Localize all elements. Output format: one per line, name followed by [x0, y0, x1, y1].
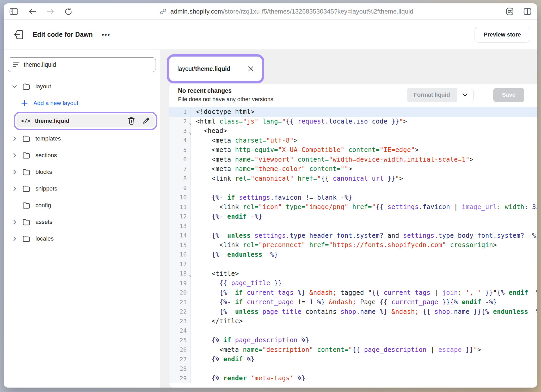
page-title: Edit code for Dawn [33, 31, 93, 38]
file-tree-sidebar: theme.liquid layout Add a new l [4, 50, 160, 388]
forward-icon[interactable] [46, 8, 55, 15]
code-line[interactable]: 26 <meta name="description" content="{{ … [169, 345, 537, 355]
sidebar-item-sections[interactable]: sections [8, 147, 156, 164]
code-line[interactable]: 23 </title> [169, 316, 537, 326]
panel-toggle-icon[interactable] [523, 8, 532, 15]
file-search-input[interactable]: theme.liquid [8, 57, 156, 72]
code-line[interactable]: 13 [169, 221, 537, 231]
code-editor[interactable]: 1<!doctype html>2∨<html class="js" lang=… [169, 106, 537, 388]
line-number: 21 [169, 297, 191, 307]
save-button[interactable]: Save [493, 88, 524, 102]
line-number: 17 [169, 259, 191, 269]
sidebar-item-snippets[interactable]: snippets [8, 180, 156, 197]
code-line[interactable]: 5 <meta http-equiv="X-UA-Compatible" con… [169, 145, 537, 155]
code-line[interactable]: 8 <link rel="canonical" href="{{ canonic… [169, 174, 537, 183]
folder-icon [22, 202, 30, 209]
code-line[interactable]: 20 {%- if current_tags %} &ndash; tagged… [169, 288, 537, 298]
line-number: 26 [169, 345, 191, 355]
code-line[interactable]: 2∨<html class="js" lang="{{ request.loca… [169, 117, 537, 126]
sidebar-item-layout[interactable]: layout [8, 78, 156, 95]
code-line[interactable]: 7 <meta name="theme-color" content=""> [169, 164, 537, 174]
code-line[interactable]: 15 <link rel="preconnect" href="https://… [169, 240, 537, 250]
line-number: 20 [169, 288, 191, 298]
code-line[interactable]: 11 <link rel="icon" type="image/png" hre… [169, 202, 537, 212]
code-line[interactable]: 19 {{ page_title }} [169, 278, 537, 288]
code-line[interactable]: 24 [169, 326, 537, 336]
close-tab-icon[interactable] [248, 66, 254, 72]
chevron-right-icon[interactable] [11, 136, 18, 141]
browser-window: admin.shopify.com/store/rzq1xu-f5/themes… [4, 3, 537, 388]
back-icon[interactable] [28, 8, 36, 15]
reload-icon[interactable] [65, 7, 72, 16]
code-line[interactable]: 27 {% endif %} [169, 354, 537, 364]
chevron-right-icon[interactable] [11, 170, 18, 174]
address-bar[interactable]: admin.shopify.com/store/rzq1xu-f5/themes… [72, 8, 500, 15]
code-line[interactable]: 6 <meta name="viewport" content="width=d… [169, 155, 537, 164]
line-number: 8 [169, 174, 191, 183]
code-line[interactable]: 1<!doctype html> [169, 107, 537, 117]
fold-chevron-icon[interactable]: ∨ [189, 121, 192, 126]
preview-store-button[interactable]: Preview store [475, 27, 530, 42]
line-number: 1 [169, 107, 191, 117]
browser-toolbar: admin.shopify.com/store/rzq1xu-f5/themes… [4, 3, 537, 20]
chevron-right-icon[interactable] [11, 236, 18, 241]
sidebar-item-assets[interactable]: assets [8, 214, 156, 230]
status-subtitle: File does not have any other versions [178, 96, 273, 103]
editor-toolbar: No recent changes File does not have any… [169, 84, 537, 106]
chevron-down-icon[interactable] [11, 85, 18, 88]
code-line[interactable]: 17 [169, 259, 537, 269]
line-number: 16 [169, 250, 191, 260]
line-number: 14 [169, 231, 191, 241]
code-line[interactable]: 25 {% if page_description %} [169, 335, 537, 345]
code-line[interactable]: 14 {%- unless settings.type_header_font.… [169, 231, 537, 241]
delete-file-icon[interactable] [128, 117, 135, 125]
folder-icon [22, 235, 30, 242]
folder-icon [22, 83, 30, 90]
sidebar-item-theme-liquid[interactable]: </> theme.liquid [16, 114, 155, 127]
url-text: admin.shopify.com/store/rzq1xu-f5/themes… [170, 8, 414, 15]
code-line[interactable]: 28 [169, 364, 537, 374]
sidebar-item-config[interactable]: config [8, 197, 156, 214]
sidebar-item-blocks[interactable]: blocks [8, 164, 156, 180]
chevron-right-icon[interactable] [11, 220, 18, 224]
sidebar-toggle-icon[interactable] [9, 8, 18, 15]
sidebar-item-templates[interactable]: templates [8, 130, 156, 147]
code-line[interactable]: 18∨ <title> [169, 269, 537, 279]
chevron-right-icon[interactable] [11, 186, 18, 191]
format-dropdown-chevron[interactable] [457, 88, 474, 102]
code-line[interactable]: 22 {%- unless page_title contains shop.n… [169, 307, 537, 317]
tab-layout-theme-liquid[interactable]: layout/theme.liquid [169, 57, 262, 81]
line-number: 10 [169, 193, 191, 203]
editor-card: No recent changes File does not have any… [169, 84, 537, 388]
search-value: theme.liquid [24, 61, 56, 68]
code-line[interactable]: 9 [169, 183, 537, 193]
chevron-right-icon[interactable] [11, 153, 18, 158]
fold-chevron-icon[interactable]: ∨ [189, 274, 192, 278]
line-number: 29 [169, 373, 191, 383]
sidebar-item-locales[interactable]: locales [8, 230, 156, 247]
folder-icon [22, 219, 30, 225]
code-line[interactable]: 16 {%- endunless -%} [169, 250, 537, 260]
rename-file-icon[interactable] [143, 117, 150, 125]
page-settings-icon[interactable] [506, 7, 514, 16]
exit-editor-icon[interactable] [14, 30, 23, 40]
code-line[interactable]: 10 {%- if settings.favicon != blank -%} [169, 193, 537, 203]
line-number: 15 [169, 240, 191, 250]
code-line[interactable]: 3∨ <head> [169, 126, 537, 136]
line-number: 5 [169, 145, 191, 155]
add-new-layout-link[interactable]: Add a new layout [8, 95, 156, 112]
code-line[interactable]: 12 {%- endif -%} [169, 212, 537, 222]
line-number: 28 [169, 364, 191, 374]
more-menu-icon[interactable]: ••• [102, 33, 110, 36]
file-tree: layout Add a new layout </> theme.liquid [8, 78, 156, 247]
code-line[interactable]: 21 {%- if current_page != 1 %} &ndash; P… [169, 297, 537, 307]
format-liquid-label[interactable]: Format liquid [407, 88, 457, 102]
folder-icon [22, 135, 30, 142]
line-number: 4 [169, 136, 191, 145]
code-line[interactable]: 4 <meta charset="utf-8"> [169, 136, 537, 145]
code-line[interactable]: 29 {% render 'meta-tags' %} [169, 373, 537, 383]
line-number: 23 [169, 316, 191, 326]
format-liquid-button[interactable]: Format liquid [407, 88, 473, 102]
fold-chevron-icon[interactable]: ∨ [189, 131, 192, 136]
editor-area: layout/theme.liquid No recent changes Fi… [160, 50, 537, 388]
